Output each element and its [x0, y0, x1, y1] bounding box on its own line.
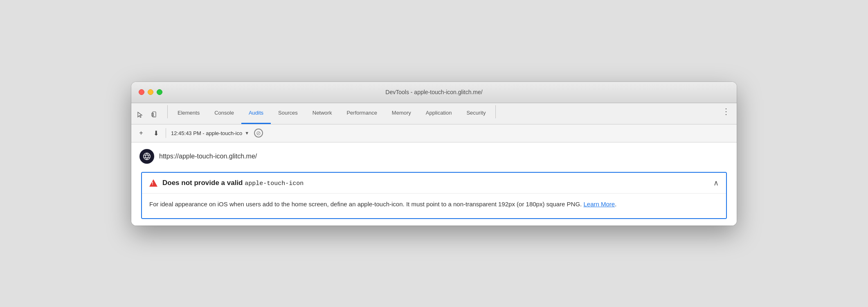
page-url: https://apple-touch-icon.glitch.me/	[159, 153, 257, 160]
warning-triangle-icon	[149, 179, 157, 187]
tab-security[interactable]: Security	[459, 103, 493, 124]
tab-divider-1	[167, 105, 168, 118]
learn-more-link[interactable]: Learn More	[583, 201, 615, 208]
no-entry-icon: ⊘	[254, 129, 263, 138]
download-button[interactable]: ⬇	[151, 128, 161, 138]
more-tabs-button[interactable]: ⋮	[722, 106, 733, 120]
add-session-button[interactable]: +	[136, 128, 146, 138]
tab-sources[interactable]: Sources	[271, 103, 305, 124]
minimize-button[interactable]	[148, 89, 153, 95]
warning-description: For ideal appearance on iOS when users a…	[149, 199, 719, 209]
tab-memory[interactable]: Memory	[385, 103, 418, 124]
tab-application[interactable]: Application	[418, 103, 459, 124]
tab-divider-2	[495, 105, 496, 118]
warning-header-left: Does not provide a valid apple-touch-ico…	[149, 179, 304, 187]
warning-title: Does not provide a valid apple-touch-ico…	[162, 179, 304, 187]
session-timestamp: 12:45:43 PM - apple-touch-ico	[171, 130, 242, 136]
action-bar: + ⬇ 12:45:43 PM - apple-touch-ico ▼ ⊘	[131, 124, 737, 142]
device-toolbar-button[interactable]	[148, 109, 160, 121]
traffic-lights	[139, 89, 162, 95]
maximize-button[interactable]	[157, 89, 162, 95]
tab-elements[interactable]: Elements	[170, 103, 207, 124]
close-button[interactable]	[139, 89, 144, 95]
session-chevron-icon: ▼	[245, 131, 249, 135]
tab-network[interactable]: Network	[305, 103, 340, 124]
svg-point-3	[144, 153, 151, 160]
warning-header[interactable]: Does not provide a valid apple-touch-ico…	[142, 173, 726, 193]
warning-box: Does not provide a valid apple-touch-ico…	[141, 172, 727, 219]
toolbar-icons	[135, 109, 160, 124]
window-title: DevTools - apple-touch-icon.glitch.me/	[385, 89, 482, 95]
devtools-window: DevTools - apple-touch-icon.glitch.me/	[131, 82, 737, 226]
main-content: https://apple-touch-icon.glitch.me/ Does…	[131, 142, 737, 226]
titlebar: DevTools - apple-touch-icon.glitch.me/	[131, 82, 737, 103]
collapse-icon: ∧	[713, 178, 719, 187]
tabs-bar: Elements Console Audits Sources Network …	[131, 103, 737, 124]
session-selector[interactable]: 12:45:43 PM - apple-touch-ico ▼	[171, 130, 249, 136]
url-row: https://apple-touch-icon.glitch.me/	[139, 149, 729, 164]
tab-performance[interactable]: Performance	[339, 103, 384, 124]
warning-body: For ideal appearance on iOS when users a…	[142, 193, 726, 218]
action-divider	[166, 128, 166, 138]
tab-audits[interactable]: Audits	[241, 103, 271, 124]
site-icon	[139, 149, 154, 164]
tab-console[interactable]: Console	[207, 103, 241, 124]
svg-point-2	[154, 116, 155, 117]
inspect-element-button[interactable]	[135, 109, 146, 121]
